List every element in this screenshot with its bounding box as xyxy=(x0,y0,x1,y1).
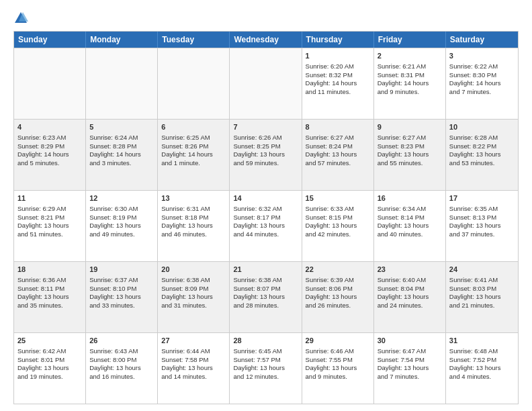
day-info: and 57 minutes. xyxy=(306,159,370,168)
day-info: and 7 minutes. xyxy=(378,373,442,381)
day-info: Sunset: 8:10 PM xyxy=(89,285,154,293)
cal-cell: 27Sunrise: 6:44 AMSunset: 7:58 PMDayligh… xyxy=(158,333,230,404)
day-number: 12 xyxy=(89,193,154,203)
day-info: and 51 minutes. xyxy=(17,230,82,239)
day-info: Sunset: 8:03 PM xyxy=(449,285,515,293)
day-info: Sunset: 8:14 PM xyxy=(378,214,442,222)
day-number: 2 xyxy=(378,51,442,61)
day-info: Daylight: 13 hours xyxy=(233,222,298,230)
cal-cell: 6Sunrise: 6:25 AMSunset: 8:26 PMDaylight… xyxy=(158,120,230,190)
day-number: 14 xyxy=(233,193,298,203)
day-info: and 9 minutes. xyxy=(378,88,442,97)
cal-cell: 11Sunrise: 6:29 AMSunset: 8:21 PMDayligh… xyxy=(14,191,86,261)
day-info: and 44 minutes. xyxy=(233,230,298,239)
day-info: Daylight: 13 hours xyxy=(161,293,226,302)
day-info: Daylight: 13 hours xyxy=(161,364,226,373)
day-info: Sunrise: 6:30 AM xyxy=(89,205,154,214)
day-info: Sunrise: 6:36 AM xyxy=(17,276,82,285)
day-info: Sunset: 8:32 PM xyxy=(306,71,370,80)
cal-cell: 28Sunrise: 6:45 AMSunset: 7:57 PMDayligh… xyxy=(230,333,302,404)
day-info: and 12 minutes. xyxy=(233,373,298,381)
day-info: and 31 minutes. xyxy=(161,302,226,310)
page: SundayMondayTuesdayWednesdayThursdayFrid… xyxy=(0,0,532,411)
day-info: Sunrise: 6:22 AM xyxy=(449,62,515,71)
day-info: Sunrise: 6:25 AM xyxy=(161,134,226,142)
day-info: Daylight: 13 hours xyxy=(233,150,298,159)
day-number: 27 xyxy=(161,336,226,346)
cal-header-saturday: Saturday xyxy=(446,32,518,48)
day-info: Sunset: 7:52 PM xyxy=(449,356,515,365)
cal-cell: 23Sunrise: 6:40 AMSunset: 8:04 PMDayligh… xyxy=(374,262,446,332)
day-info: and 46 minutes. xyxy=(161,230,226,239)
day-number: 24 xyxy=(449,265,515,275)
day-info: Sunrise: 6:27 AM xyxy=(306,134,370,142)
day-number: 4 xyxy=(17,122,82,132)
day-info: Sunset: 8:00 PM xyxy=(89,356,154,365)
day-info: Sunrise: 6:24 AM xyxy=(89,134,154,142)
cal-cell: 19Sunrise: 6:37 AMSunset: 8:10 PMDayligh… xyxy=(86,262,158,332)
day-info: Daylight: 13 hours xyxy=(378,293,442,302)
day-info: Sunset: 8:25 PM xyxy=(233,142,298,151)
day-number: 13 xyxy=(161,193,226,203)
day-info: Sunrise: 6:41 AM xyxy=(449,276,515,285)
day-info: and 28 minutes. xyxy=(233,302,298,310)
day-info: Daylight: 13 hours xyxy=(89,364,154,373)
day-info: Daylight: 14 hours xyxy=(378,79,442,88)
day-info: Daylight: 13 hours xyxy=(233,293,298,302)
day-info: and 4 minutes. xyxy=(449,373,515,381)
day-info: Sunset: 7:54 PM xyxy=(378,356,442,365)
day-info: Sunrise: 6:37 AM xyxy=(89,276,154,285)
day-info: Daylight: 14 hours xyxy=(17,150,82,159)
day-info: Sunrise: 6:43 AM xyxy=(89,347,154,356)
day-info: Sunset: 8:29 PM xyxy=(17,142,82,151)
day-number: 22 xyxy=(306,265,370,275)
day-number: 17 xyxy=(449,193,515,203)
cal-cell: 14Sunrise: 6:32 AMSunset: 8:17 PMDayligh… xyxy=(230,191,302,261)
day-info: Sunrise: 6:21 AM xyxy=(378,62,442,71)
day-info: Sunrise: 6:45 AM xyxy=(233,347,298,356)
day-number: 5 xyxy=(89,122,154,132)
day-info: Sunset: 7:57 PM xyxy=(233,356,298,365)
day-number: 21 xyxy=(233,265,298,275)
day-number: 26 xyxy=(89,336,154,346)
day-info: Daylight: 13 hours xyxy=(449,364,515,373)
day-info: Sunset: 8:04 PM xyxy=(378,285,442,293)
day-info: Daylight: 13 hours xyxy=(378,364,442,373)
day-info: Daylight: 13 hours xyxy=(17,364,82,373)
day-info: Daylight: 13 hours xyxy=(89,293,154,302)
day-info: Sunset: 7:55 PM xyxy=(306,356,370,365)
day-info: and 5 minutes. xyxy=(17,159,82,168)
day-info: Sunrise: 6:46 AM xyxy=(306,347,370,356)
cal-cell xyxy=(158,48,230,119)
day-info: Sunrise: 6:38 AM xyxy=(233,276,298,285)
cal-cell: 17Sunrise: 6:35 AMSunset: 8:13 PMDayligh… xyxy=(446,191,518,261)
cal-cell: 2Sunrise: 6:21 AMSunset: 8:31 PMDaylight… xyxy=(374,48,446,119)
day-info: Sunrise: 6:26 AM xyxy=(233,134,298,142)
cal-cell xyxy=(14,48,86,119)
day-number: 30 xyxy=(378,336,442,346)
cal-cell: 8Sunrise: 6:27 AMSunset: 8:24 PMDaylight… xyxy=(302,120,374,190)
cal-header-tuesday: Tuesday xyxy=(158,32,230,48)
day-number: 15 xyxy=(306,193,370,203)
day-info: Sunrise: 6:28 AM xyxy=(449,134,515,142)
day-number: 18 xyxy=(17,265,82,275)
cal-cell: 9Sunrise: 6:27 AMSunset: 8:23 PMDaylight… xyxy=(374,120,446,190)
day-info: Daylight: 13 hours xyxy=(449,150,515,159)
day-info: Sunset: 8:18 PM xyxy=(161,214,226,222)
header xyxy=(13,11,519,26)
day-info: Sunset: 8:13 PM xyxy=(449,214,515,222)
day-info: and 49 minutes. xyxy=(89,230,154,239)
day-number: 8 xyxy=(306,122,370,132)
cal-cell: 1Sunrise: 6:20 AMSunset: 8:32 PMDaylight… xyxy=(302,48,374,119)
day-info: and 7 minutes. xyxy=(449,88,515,97)
day-number: 7 xyxy=(233,122,298,132)
cal-cell: 3Sunrise: 6:22 AMSunset: 8:30 PMDaylight… xyxy=(446,48,518,119)
day-info: Sunset: 8:17 PM xyxy=(233,214,298,222)
day-info: Sunset: 8:01 PM xyxy=(17,356,82,365)
calendar: SundayMondayTuesdayWednesdayThursdayFrid… xyxy=(13,31,519,404)
cal-header-sunday: Sunday xyxy=(14,32,86,48)
cal-header-friday: Friday xyxy=(374,32,446,48)
cal-cell: 21Sunrise: 6:38 AMSunset: 8:07 PMDayligh… xyxy=(230,262,302,332)
day-info: Sunrise: 6:32 AM xyxy=(233,205,298,214)
day-info: Sunset: 8:23 PM xyxy=(378,142,442,151)
